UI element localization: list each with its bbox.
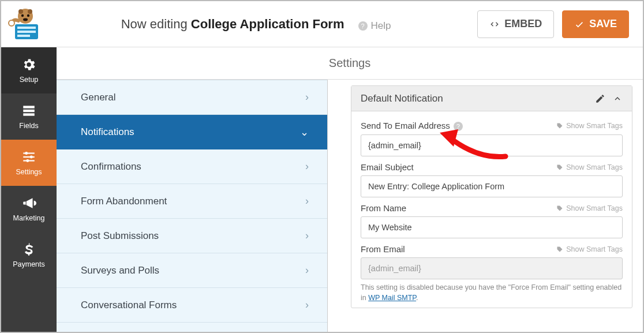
sidebar-item-settings[interactable]: Settings bbox=[1, 140, 57, 186]
top-actions: EMBED SAVE bbox=[477, 10, 629, 38]
svg-point-1 bbox=[18, 9, 23, 14]
tag-icon bbox=[556, 122, 563, 129]
detail-panel: Default Notification Send To Email Addre… bbox=[351, 80, 643, 332]
subject-input[interactable] bbox=[361, 175, 623, 197]
chevron-right-icon: › bbox=[305, 91, 309, 103]
svg-point-18 bbox=[30, 156, 33, 159]
bullhorn-icon bbox=[21, 196, 36, 211]
svg-point-5 bbox=[23, 18, 28, 21]
settings-item-label: General bbox=[81, 92, 115, 103]
svg-rect-11 bbox=[23, 106, 35, 108]
svg-rect-9 bbox=[17, 35, 30, 37]
tag-icon bbox=[556, 164, 563, 171]
list-icon bbox=[21, 103, 36, 118]
settings-item-abandonment[interactable]: Form Abandonment › bbox=[57, 184, 327, 219]
card-title: Default Notification bbox=[361, 93, 443, 104]
chevron-right-icon: › bbox=[305, 195, 309, 207]
settings-item-label: Form Abandonment bbox=[81, 196, 167, 207]
tag-icon bbox=[556, 246, 563, 253]
wp-mail-smtp-link[interactable]: WP Mail SMTP bbox=[368, 294, 416, 302]
sidebar-item-label: Marketing bbox=[13, 214, 45, 222]
chevron-right-icon: › bbox=[305, 230, 309, 242]
sidebar-item-fields[interactable]: Fields bbox=[1, 93, 57, 140]
embed-label: EMBED bbox=[504, 18, 542, 30]
card-header: Default Notification bbox=[351, 86, 632, 111]
column-divider bbox=[328, 80, 351, 332]
chevron-right-icon: › bbox=[305, 264, 309, 276]
sidebar-item-label: Fields bbox=[19, 122, 38, 130]
svg-point-2 bbox=[28, 9, 32, 14]
help-label: Help bbox=[371, 20, 391, 32]
settings-item-confirmations[interactable]: Confirmations › bbox=[57, 149, 327, 184]
show-smart-tags[interactable]: Show Smart Tags bbox=[556, 163, 623, 171]
svg-point-10 bbox=[9, 20, 14, 26]
tag-icon bbox=[556, 205, 563, 212]
svg-rect-15 bbox=[23, 156, 35, 158]
settings-item-label: Conversational Forms bbox=[81, 300, 177, 311]
sidebar-item-label: Settings bbox=[16, 168, 42, 176]
dollar-icon bbox=[21, 242, 36, 257]
help-icon[interactable]: ? bbox=[454, 122, 463, 131]
field-label: Email Subject bbox=[361, 162, 414, 172]
svg-point-4 bbox=[27, 14, 29, 16]
chevron-right-icon: › bbox=[305, 299, 309, 311]
settings-item-label: Confirmations bbox=[81, 161, 141, 173]
save-button[interactable]: SAVE bbox=[562, 10, 629, 38]
topbar: Now editing College Application Form ? H… bbox=[1, 1, 643, 47]
sidebar-item-label: Payments bbox=[13, 260, 45, 268]
editing-title: Now editing College Application Form ? H… bbox=[45, 17, 467, 32]
pencil-icon[interactable] bbox=[595, 93, 605, 104]
svg-rect-13 bbox=[23, 113, 35, 115]
svg-point-17 bbox=[25, 152, 28, 155]
field-label: Send To Email Address bbox=[361, 121, 450, 130]
svg-point-19 bbox=[26, 159, 29, 162]
panel-title: Settings bbox=[57, 47, 643, 80]
notification-card: Default Notification Send To Email Addre… bbox=[351, 85, 632, 308]
field-from-name: From Name Show Smart Tags bbox=[361, 200, 623, 238]
settings-list: General › Notifications ⌄ Confirmations … bbox=[57, 80, 328, 332]
from-name-input[interactable] bbox=[361, 216, 623, 238]
code-icon bbox=[489, 19, 500, 29]
sidebar-item-payments[interactable]: Payments bbox=[1, 232, 57, 278]
svg-rect-8 bbox=[17, 31, 36, 33]
chevron-right-icon: › bbox=[305, 160, 309, 173]
svg-rect-12 bbox=[23, 110, 35, 112]
help-icon: ? bbox=[358, 21, 368, 31]
send-to-input[interactable] bbox=[361, 134, 623, 156]
gear-icon bbox=[21, 57, 36, 72]
settings-item-post-submissions[interactable]: Post Submissions › bbox=[57, 219, 327, 253]
show-smart-tags[interactable]: Show Smart Tags bbox=[556, 245, 623, 253]
help-link[interactable]: ? Help bbox=[355, 20, 391, 32]
form-name: College Application Form bbox=[191, 17, 345, 31]
svg-point-3 bbox=[21, 14, 24, 16]
settings-item-conversational[interactable]: Conversational Forms › bbox=[57, 288, 327, 323]
editing-prefix: Now editing bbox=[121, 17, 191, 31]
show-smart-tags[interactable]: Show Smart Tags bbox=[556, 122, 623, 130]
svg-rect-14 bbox=[23, 152, 35, 154]
chevron-down-icon: ⌄ bbox=[300, 126, 309, 139]
settings-item-notifications[interactable]: Notifications ⌄ bbox=[57, 115, 327, 149]
from-email-input bbox=[361, 257, 623, 279]
sidebar-item-label: Setup bbox=[20, 76, 39, 84]
settings-item-surveys[interactable]: Surveys and Polls › bbox=[57, 253, 327, 288]
field-send-to: Send To Email Address? Show Smart Tags bbox=[361, 117, 623, 156]
wpforms-logo-icon bbox=[7, 6, 44, 43]
sidebar-item-setup[interactable]: Setup bbox=[1, 47, 57, 93]
show-smart-tags[interactable]: Show Smart Tags bbox=[556, 204, 623, 212]
sidebar: Setup Fields Settings Marketing Payments bbox=[1, 47, 57, 332]
settings-item-label: Post Submissions bbox=[81, 230, 159, 242]
save-label: SAVE bbox=[589, 18, 617, 30]
field-subject: Email Subject Show Smart Tags bbox=[361, 159, 623, 197]
svg-rect-7 bbox=[17, 27, 36, 29]
app-logo bbox=[6, 5, 45, 44]
from-email-note: This setting is disabled because you hav… bbox=[361, 283, 623, 303]
settings-item-label: Notifications bbox=[81, 126, 134, 138]
sidebar-item-marketing[interactable]: Marketing bbox=[1, 186, 57, 232]
settings-item-general[interactable]: General › bbox=[57, 80, 327, 115]
settings-item-label: Surveys and Polls bbox=[81, 265, 159, 276]
field-from-email: From Email Show Smart Tags This setting … bbox=[361, 241, 623, 303]
field-label: From Email bbox=[361, 244, 405, 254]
embed-button[interactable]: EMBED bbox=[477, 10, 554, 38]
chevron-up-icon[interactable] bbox=[612, 93, 623, 104]
field-label: From Name bbox=[361, 203, 406, 213]
